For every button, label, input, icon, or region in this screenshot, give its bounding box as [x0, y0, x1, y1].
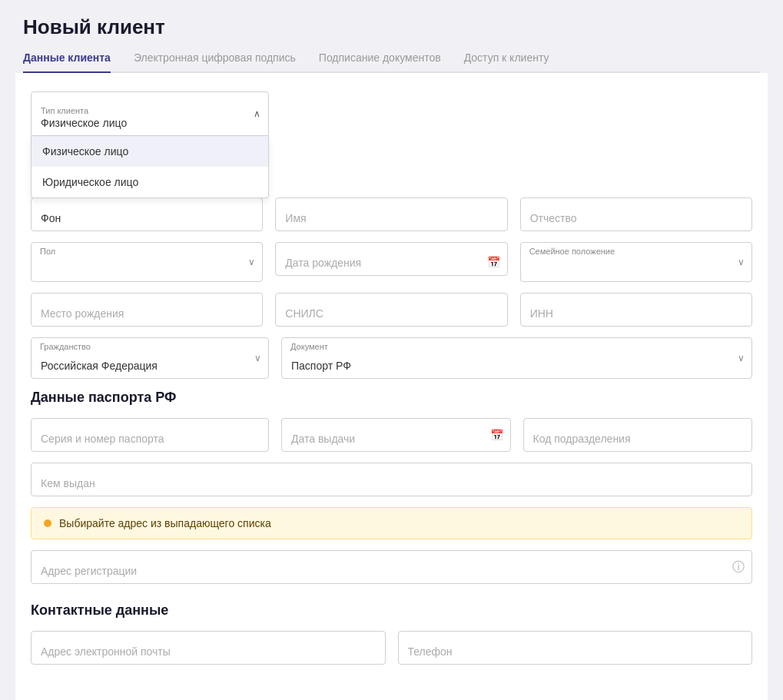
citizenship-field[interactable]: Гражданство Российская Федерация ∨ — [31, 337, 269, 379]
last-name-input[interactable] — [31, 197, 263, 231]
client-type-trigger[interactable]: Тип клиента Физическое лицо ∧ — [31, 91, 269, 136]
citizenship-select[interactable]: Гражданство Российская Федерация — [31, 337, 269, 379]
snils-field — [275, 293, 507, 327]
division-code-input[interactable] — [523, 418, 753, 452]
contacts-section: Контактные данные — [31, 602, 752, 665]
birth-date-field: 📅 — [275, 242, 507, 282]
issue-date-input[interactable] — [281, 418, 511, 452]
email-input[interactable] — [31, 631, 386, 665]
tab-doc-signing[interactable]: Подписание документов — [319, 51, 441, 73]
chevron-up-icon: ∧ — [254, 108, 260, 119]
inn-input[interactable] — [520, 293, 752, 327]
client-type-option-legal[interactable]: Юридическое лицо — [32, 167, 268, 197]
marital-status-select[interactable]: Семейное положение — [520, 242, 752, 282]
tab-client-data[interactable]: Данные клиента — [23, 51, 111, 73]
phone-field — [398, 631, 753, 665]
passport-section-title: Данные паспорта РФ — [31, 390, 752, 406]
passport-section: Данные паспорта РФ 📅 Выбирайте адрес из … — [31, 390, 752, 584]
gender-label: Пол — [40, 247, 55, 256]
client-type-menu: Физическое лицо Юридическое лицо — [31, 136, 269, 198]
tabs-nav: Данные клиента Электронная цифровая подп… — [23, 51, 760, 73]
birth-place-input[interactable] — [31, 293, 263, 327]
document-select[interactable]: Документ Паспорт РФ — [281, 337, 752, 379]
first-name-input[interactable] — [275, 197, 507, 231]
tab-digital-signature[interactable]: Электронная цифровая подпись — [134, 51, 296, 73]
client-type-value: Физическое лицо — [41, 117, 259, 129]
gender-field[interactable]: Пол ∨ — [31, 242, 263, 282]
division-code-field — [523, 418, 753, 452]
marital-status-label: Семейное положение — [529, 247, 615, 256]
birth-place-field — [31, 293, 263, 327]
client-type-label: Тип клиента — [41, 106, 259, 115]
email-field — [31, 631, 386, 665]
issued-by-input[interactable] — [31, 463, 752, 496]
document-value: Паспорт РФ — [291, 360, 727, 372]
issue-date-field: 📅 — [281, 418, 511, 452]
citizenship-value: Российская Федерация — [41, 360, 244, 372]
tab-client-access[interactable]: Доступ к клиенту — [464, 51, 549, 73]
main-form: Тип клиента Физическое лицо ∧ Физическое… — [15, 73, 768, 700]
marital-status-field[interactable]: Семейное положение ∨ — [520, 242, 752, 282]
registration-address-field: ⓘ — [31, 550, 752, 584]
client-type-dropdown[interactable]: Тип клиента Физическое лицо ∧ Физическое… — [31, 91, 269, 136]
document-label: Документ — [290, 342, 328, 351]
contacts-section-title: Контактные данные — [31, 602, 752, 619]
last-name-field — [31, 197, 263, 231]
warning-text: Выбирайте адрес из выпадающего списка — [59, 517, 271, 529]
middle-name-input[interactable] — [520, 197, 752, 231]
first-name-field — [275, 197, 507, 231]
page-title: Новый клиент — [23, 15, 760, 39]
gender-select[interactable]: Пол — [31, 242, 263, 282]
citizenship-label: Гражданство — [40, 342, 91, 351]
birth-date-input[interactable] — [275, 242, 507, 276]
inn-field — [520, 293, 752, 327]
phone-input[interactable] — [398, 631, 753, 665]
passport-series-input[interactable] — [31, 418, 269, 452]
document-field[interactable]: Документ Паспорт РФ ∨ — [281, 337, 752, 379]
registration-address-input[interactable] — [31, 550, 752, 584]
snils-input[interactable] — [275, 293, 507, 327]
client-type-option-physical[interactable]: Физическое лицо — [32, 136, 268, 167]
address-warning-banner: Выбирайте адрес из выпадающего списка — [31, 507, 752, 539]
warning-dot-icon — [44, 519, 51, 527]
passport-series-field — [31, 418, 269, 452]
middle-name-field — [520, 197, 752, 231]
issued-by-field — [31, 463, 752, 496]
